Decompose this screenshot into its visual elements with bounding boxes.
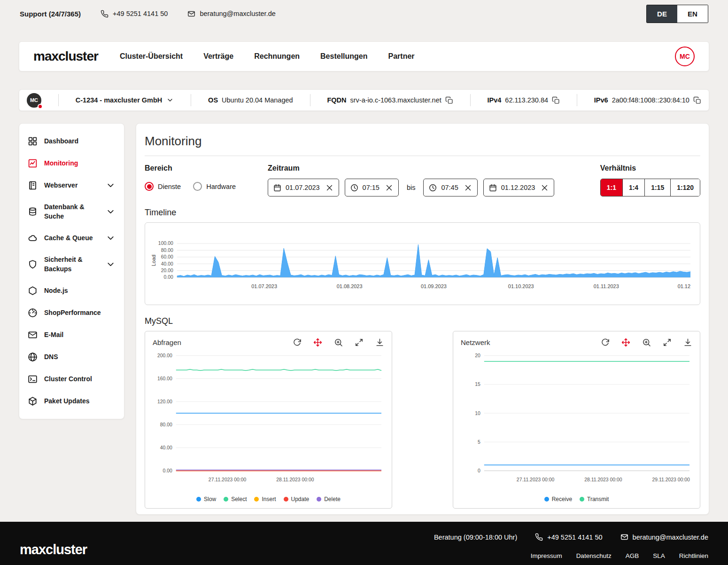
- download-button[interactable]: [375, 338, 384, 347]
- sidebar-item-cache-queue[interactable]: Cache & Queue: [19, 227, 124, 249]
- sidebar-item-sicherheit-backups[interactable]: Sicherheit & Backups: [19, 249, 124, 280]
- svg-text:80.00: 80.00: [161, 248, 173, 253]
- legend-item-update[interactable]: Update: [284, 496, 310, 502]
- legend-item-insert[interactable]: Insert: [254, 496, 276, 502]
- topbar-phone-number: +49 5251 4141 50: [113, 10, 168, 17]
- clear-date-to-icon[interactable]: [541, 184, 549, 192]
- sidebar-item-monitoring[interactable]: Monitoring: [19, 152, 124, 174]
- sidebar-item-webserver[interactable]: Webserver: [19, 174, 124, 196]
- legend-item-transmit[interactable]: Transmit: [580, 496, 609, 502]
- radio-hardware[interactable]: Hardware: [193, 182, 236, 191]
- nav-item-bestellungen[interactable]: Bestellungen: [320, 52, 367, 61]
- zeitraum-group: Zeitraum 01.07.2023 07:15 bis: [268, 164, 554, 196]
- radio-dienste[interactable]: Dienste: [145, 182, 181, 191]
- lang-de-button[interactable]: DE: [647, 5, 677, 23]
- footer-link-agb[interactable]: AGB: [626, 552, 639, 559]
- ipv6-info: IPv6 2a00:f48:1008::230:84:10: [594, 96, 701, 104]
- refresh-icon: [293, 338, 302, 347]
- footer-email[interactable]: beratung@maxcluster.de: [620, 533, 708, 541]
- legend-item-delete[interactable]: Delete: [317, 496, 341, 502]
- expand-icon: [355, 338, 364, 347]
- divider: [145, 156, 700, 156]
- lang-en-button[interactable]: EN: [677, 5, 708, 23]
- clear-date-from-icon[interactable]: [325, 184, 333, 192]
- legend-item-receive[interactable]: Receive: [544, 496, 572, 502]
- sidebar-item-cluster-control[interactable]: Cluster Control: [19, 368, 124, 390]
- cluster-select[interactable]: C-1234 - maxcluster GmbH: [76, 96, 174, 104]
- sidebar-item-dashboard[interactable]: Dashboard: [19, 130, 124, 152]
- legend-dot: [224, 497, 228, 502]
- zoom-in-button[interactable]: [334, 338, 343, 347]
- refresh-button[interactable]: [601, 338, 610, 347]
- shield-icon: [28, 259, 38, 269]
- move-button[interactable]: [313, 338, 322, 347]
- footer-link-sla[interactable]: SLA: [653, 552, 665, 559]
- footer-links: ImpressumDatenschutzAGBSLARichtlinien: [531, 552, 708, 559]
- ratio-1-120-button[interactable]: 1:120: [670, 179, 700, 196]
- copy-ipv6-button[interactable]: [693, 96, 701, 104]
- ipv4-label: IPv4: [488, 96, 502, 104]
- ipv6-value: 2a00:f48:1008::230:84:10: [612, 96, 689, 104]
- copy-ipv4-button[interactable]: [552, 96, 560, 104]
- topbar-email[interactable]: beratung@maxcluster.de: [187, 10, 275, 18]
- refresh-button[interactable]: [293, 338, 302, 347]
- legend-item-select[interactable]: Select: [224, 496, 247, 502]
- ratio-1-4-button[interactable]: 1:4: [622, 179, 644, 196]
- time-to-field[interactable]: 07:45: [423, 179, 477, 196]
- clear-time-from-icon[interactable]: [385, 184, 393, 192]
- footer-phone[interactable]: +49 5251 4141 50: [535, 533, 602, 541]
- sidebar-item-e-mail[interactable]: E-Mail: [19, 324, 124, 346]
- footer-logo[interactable]: maxcluster: [20, 542, 87, 557]
- legend-label: Update: [291, 496, 310, 502]
- chevron-down-icon: [106, 207, 116, 217]
- expand-button[interactable]: [663, 338, 672, 347]
- svg-text:27.11.2023 00:00: 27.11.2023 00:00: [209, 477, 247, 482]
- legend-item-slow[interactable]: Slow: [196, 496, 216, 502]
- abfragen-legend: SlowSelectInsertUpdateDelete: [153, 496, 384, 503]
- abfragen-chart-header: Abfragen: [153, 338, 384, 347]
- ratio-1-1-button[interactable]: 1:1: [601, 179, 622, 196]
- zoom-in-button[interactable]: [642, 338, 651, 347]
- nav-item-vertr-ge[interactable]: Verträge: [203, 52, 233, 61]
- date-from-field[interactable]: 01.07.2023: [268, 179, 339, 196]
- expand-button[interactable]: [355, 338, 364, 347]
- user-avatar[interactable]: MC: [675, 47, 695, 66]
- copy-fqdn-button[interactable]: [445, 96, 453, 104]
- netzwerk-chart[interactable]: 0510152027.11.2023 00:0028.11.2023 00:00…: [461, 350, 692, 485]
- maxcluster-logo[interactable]: maxcluster: [33, 49, 98, 64]
- topbar-phone[interactable]: +49 5251 4141 50: [101, 10, 168, 18]
- divider: [470, 94, 471, 106]
- ratio-1-15-button[interactable]: 1:15: [644, 179, 670, 196]
- footer-link-datenschutz[interactable]: Datenschutz: [576, 552, 612, 559]
- header: maxcluster Cluster-ÜbersichtVerträgeRech…: [19, 41, 709, 71]
- sidebar-item-dns[interactable]: DNS: [19, 346, 124, 368]
- cluster-avatar[interactable]: MC: [27, 93, 41, 108]
- sidebar-item-node-js[interactable]: Node.js: [19, 280, 124, 302]
- download-button[interactable]: [683, 338, 692, 347]
- nav-item-cluster-bersicht[interactable]: Cluster-Übersicht: [120, 52, 183, 61]
- sidebar-item-datenbank-suche[interactable]: Datenbank & Suche: [19, 196, 124, 227]
- footer-link-impressum[interactable]: Impressum: [531, 552, 562, 559]
- mysql-charts-row: Abfragen 0.0040.0080.00120.00160.00200.0…: [145, 331, 700, 509]
- nav-item-partner[interactable]: Partner: [388, 52, 415, 61]
- svg-text:0.00: 0.00: [163, 275, 173, 280]
- sidebar: DashboardMonitoringWebserverDatenbank & …: [19, 123, 124, 419]
- performance-icon: [28, 308, 38, 318]
- svg-text:20: 20: [475, 353, 480, 358]
- nav-item-rechnungen[interactable]: Rechnungen: [254, 52, 300, 61]
- terminal-icon: [28, 374, 38, 384]
- footer-link-richtlinien[interactable]: Richtlinien: [679, 552, 708, 559]
- legend-label: Transmit: [587, 496, 609, 502]
- clear-time-to-icon[interactable]: [464, 184, 472, 192]
- move-button[interactable]: [621, 338, 630, 347]
- timeline-chart[interactable]: 0.0020.0040.0060.0080.00100.00Load01.07.…: [148, 228, 697, 301]
- svg-text:0.00: 0.00: [163, 468, 173, 473]
- sidebar-item-paket-updates[interactable]: Paket Updates: [19, 390, 124, 412]
- date-to-field[interactable]: 01.12.2023: [483, 179, 555, 196]
- time-from-field[interactable]: 07:15: [345, 179, 399, 196]
- sidebar-item-label: Dashboard: [44, 137, 99, 146]
- svg-text:01.11.2023: 01.11.2023: [594, 283, 619, 289]
- abfragen-chart[interactable]: 0.0040.0080.00120.00160.00200.0027.11.20…: [153, 350, 384, 485]
- footer-phone-number: +49 5251 4141 50: [547, 534, 602, 541]
- sidebar-item-shopperformance[interactable]: ShopPerformance: [19, 302, 124, 324]
